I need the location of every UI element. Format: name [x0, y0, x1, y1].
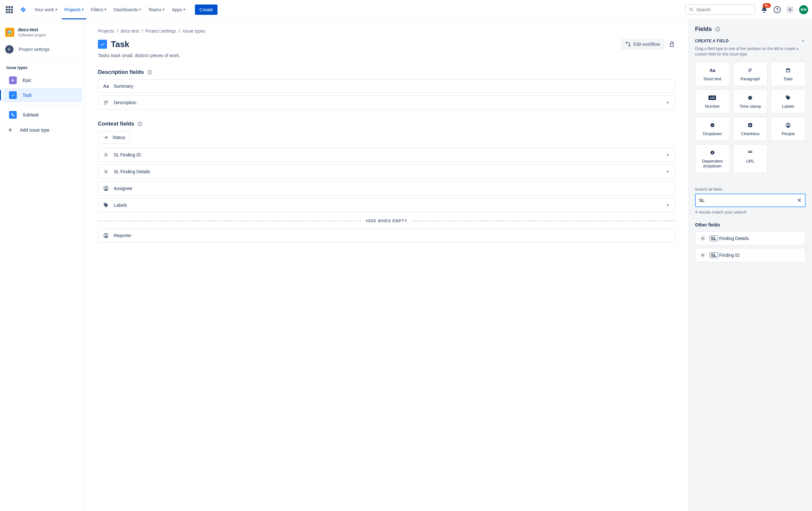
- notifications-button[interactable]: 9+: [760, 6, 768, 14]
- sidebar-item-task[interactable]: Task: [3, 88, 82, 102]
- fieldtype-dropdown[interactable]: Dropdown: [695, 117, 730, 141]
- nav-apps[interactable]: Apps▾: [169, 4, 188, 15]
- info-icon[interactable]: [137, 121, 142, 127]
- search-all-fields[interactable]: ✕: [695, 193, 806, 207]
- search-fields-input[interactable]: [699, 197, 797, 203]
- nav-dashboards[interactable]: Dashboards▾: [111, 4, 144, 15]
- field-sl-finding-id[interactable]: SL Finding ID: [98, 148, 675, 162]
- text-icon: Aa: [697, 67, 728, 74]
- nav-your-work[interactable]: Your work▾: [32, 4, 60, 15]
- clear-icon[interactable]: ✕: [797, 197, 802, 204]
- svg-rect-36: [748, 152, 753, 153]
- sidebar-item-subtask[interactable]: Subtask: [3, 108, 82, 122]
- svg-rect-23: [718, 29, 718, 30]
- add-issue-type-label: Add issue type: [20, 128, 50, 133]
- nav-teams[interactable]: Teams▾: [146, 4, 167, 15]
- project-header[interactable]: 🖼️ docs-test Software project: [0, 25, 85, 43]
- fields-panel: Fields CREATE A FIELD Drag a field type …: [688, 19, 812, 511]
- sidebar-item-label: Epic: [23, 78, 31, 83]
- back-label: Project settings: [19, 47, 50, 52]
- main-content: Projects/ docs-test/ Project settings/ I…: [85, 19, 688, 511]
- chevron-right-icon: [665, 169, 671, 174]
- add-issue-type-button[interactable]: + Add issue type: [0, 123, 85, 137]
- back-to-project-settings[interactable]: Project settings: [0, 43, 85, 56]
- hide-when-empty-divider: HIDE WHEN EMPTY: [98, 219, 675, 223]
- create-field-help: Drag a field type to one of the sections…: [695, 46, 806, 57]
- field-label: SL Finding ID: [114, 152, 661, 157]
- fieldtype-short-text[interactable]: AaShort text: [695, 62, 730, 86]
- svg-rect-28: [789, 68, 789, 69]
- field-label: Labels: [114, 203, 661, 208]
- svg-rect-13: [140, 124, 140, 125]
- paragraph-icon: [735, 67, 765, 74]
- dropdown-icon: [697, 122, 728, 129]
- fieldtype-dependent-dropdown[interactable]: Dependent dropdown: [695, 144, 730, 173]
- breadcrumb-settings[interactable]: Project settings: [145, 28, 176, 33]
- settings-button[interactable]: [786, 6, 794, 14]
- fieldtype-number[interactable]: 123Number: [695, 89, 730, 113]
- gear-icon: [700, 236, 706, 241]
- fieldtype-date[interactable]: Date: [771, 62, 806, 86]
- breadcrumb-projects[interactable]: Projects: [98, 28, 114, 33]
- chevron-right-icon: [665, 203, 671, 208]
- search-input[interactable]: [696, 7, 751, 12]
- svg-line-1: [692, 10, 693, 11]
- create-button[interactable]: Create: [195, 4, 218, 15]
- field-label: Description: [114, 100, 661, 105]
- field-description[interactable]: Description: [98, 96, 675, 110]
- breadcrumb-issuetypes[interactable]: Issue types: [183, 28, 206, 33]
- info-icon[interactable]: [147, 70, 152, 75]
- tag-icon: [773, 94, 803, 101]
- edit-workflow-button[interactable]: Edit workflow: [620, 39, 664, 50]
- plus-icon: +: [6, 126, 14, 134]
- svg-rect-6: [13, 115, 14, 116]
- nav-projects[interactable]: Projects▾: [62, 4, 87, 15]
- result-sl-finding-details[interactable]: SL Finding Details: [695, 231, 806, 245]
- field-assignee[interactable]: Assignee: [98, 181, 675, 195]
- status-field[interactable]: Status: [98, 131, 130, 144]
- fieldtype-timestamp[interactable]: Time stamp: [733, 89, 768, 113]
- project-name: docs-test: [18, 27, 46, 32]
- arrow-left-icon: [5, 45, 13, 54]
- svg-point-11: [149, 71, 150, 72]
- svg-point-8: [629, 45, 630, 47]
- svg-point-4: [789, 9, 791, 11]
- workflow-icon: [625, 41, 631, 47]
- result-label: SL Finding Details: [709, 236, 749, 241]
- fieldtype-people[interactable]: People: [771, 117, 806, 141]
- svg-point-15: [105, 154, 107, 156]
- status-label: Status: [112, 135, 125, 140]
- person-icon: [103, 186, 109, 191]
- svg-point-30: [787, 97, 788, 98]
- field-reporter[interactable]: Reporter: [98, 228, 675, 243]
- sidebar-item-epic[interactable]: Epic: [3, 73, 82, 87]
- svg-point-21: [105, 234, 107, 236]
- user-avatar[interactable]: KH: [799, 5, 808, 14]
- global-search[interactable]: [685, 4, 755, 15]
- result-sl-finding-id[interactable]: SL Finding ID: [695, 248, 806, 262]
- field-summary[interactable]: Aa Summary: [98, 79, 675, 93]
- help-button[interactable]: ?: [773, 6, 781, 14]
- info-icon[interactable]: [715, 26, 721, 32]
- svg-rect-5: [11, 113, 12, 114]
- page-title: Task: [111, 39, 129, 49]
- task-icon: [9, 91, 17, 99]
- jira-logo-icon[interactable]: [19, 6, 27, 14]
- fieldtype-paragraph[interactable]: Paragraph: [733, 62, 768, 86]
- project-type: Software project: [18, 33, 46, 37]
- fieldtype-url[interactable]: URL: [733, 144, 768, 173]
- fieldtype-checkbox[interactable]: Checkbox: [733, 117, 768, 141]
- breadcrumb-project[interactable]: docs-test: [120, 28, 139, 33]
- lock-icon[interactable]: [668, 41, 675, 48]
- svg-rect-10: [149, 72, 150, 74]
- app-switcher-icon[interactable]: [4, 4, 15, 15]
- svg-text:?: ?: [776, 7, 779, 12]
- field-sl-finding-details[interactable]: SL Finding Details: [98, 164, 675, 179]
- field-labels[interactable]: Labels: [98, 198, 675, 212]
- fieldtype-labels[interactable]: Labels: [771, 89, 806, 113]
- checkbox-icon: [735, 122, 765, 129]
- create-field-toggle[interactable]: CREATE A FIELD: [695, 38, 806, 44]
- sidebar-heading-issue-types: Issue types: [0, 62, 85, 73]
- nav-filters[interactable]: Filters▾: [88, 4, 109, 15]
- svg-point-18: [105, 187, 107, 189]
